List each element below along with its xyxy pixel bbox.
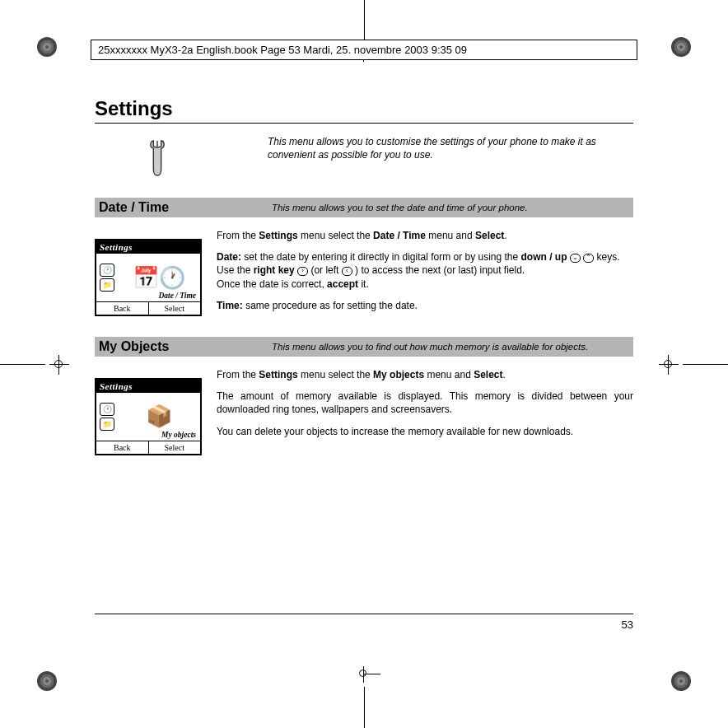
paragraph: Date: set the date by entering it direct… bbox=[217, 250, 633, 291]
phone-header: Settings bbox=[96, 240, 200, 254]
back-button: Back bbox=[96, 302, 149, 315]
paragraph: From the Settings menu select the My obj… bbox=[217, 368, 633, 381]
section-description: This menu allows you to find out how muc… bbox=[272, 342, 629, 352]
phone-sidebar-icons: 🕐 📁 bbox=[100, 264, 116, 292]
phone-header: Settings bbox=[96, 380, 200, 393]
crop-mark-icon bbox=[671, 37, 691, 57]
right-arrow-icon: › bbox=[297, 267, 308, 276]
intro-row: This menu allows you to customise the se… bbox=[95, 135, 633, 178]
section-title: Date / Time bbox=[99, 200, 272, 215]
phone-screenshot: Settings 🕐 📁 📅🕐 Date / Time Back Select bbox=[95, 229, 202, 320]
page-content: Settings This menu allows you to customi… bbox=[95, 82, 633, 646]
intro-description: This menu allows you to customise the se… bbox=[268, 135, 633, 178]
page-title: Settings bbox=[95, 97, 633, 124]
phone-screenshot: Settings 🕐 📁 📦 My objects Back Select bbox=[95, 368, 202, 455]
document-header: 25xxxxxxx MyX3-2a English.book Page 53 M… bbox=[91, 40, 637, 60]
phone-footer: Back Select bbox=[96, 301, 200, 315]
section-text: From the Settings menu select the My obj… bbox=[217, 368, 633, 455]
page-number: 53 bbox=[622, 618, 633, 631]
clock-icon: 🕐 bbox=[100, 403, 114, 416]
paragraph: Time: same procedure as for setting the … bbox=[217, 299, 633, 312]
phone-footer: Back Select bbox=[96, 441, 200, 454]
section-body-date-time: Settings 🕐 📁 📅🕐 Date / Time Back Select … bbox=[95, 229, 633, 320]
crop-mark-icon bbox=[671, 671, 691, 691]
bottom-rule bbox=[95, 614, 633, 614]
section-body-my-objects: Settings 🕐 📁 📦 My objects Back Select Fr… bbox=[95, 368, 633, 455]
section-title: My Objects bbox=[99, 339, 272, 354]
crop-mark-left bbox=[0, 348, 74, 381]
paragraph: The amount of memory available is displa… bbox=[217, 390, 633, 416]
phone-menu-label: Date / Time bbox=[158, 292, 196, 300]
select-button: Select bbox=[149, 441, 201, 454]
header-text: 25xxxxxxx MyX3-2a English.book Page 53 M… bbox=[98, 44, 467, 56]
select-button: Select bbox=[149, 302, 201, 315]
folder-icon: 📁 bbox=[100, 278, 114, 292]
phone-menu-label: My objects bbox=[161, 431, 196, 439]
left-arrow-icon: ‹ bbox=[342, 267, 352, 276]
crop-mark-icon bbox=[37, 37, 57, 57]
section-description: This menu allows you to set the date and… bbox=[272, 203, 629, 212]
phone-sidebar-icons: 🕐 📁 bbox=[100, 403, 116, 431]
crop-mark-right bbox=[654, 348, 728, 381]
up-arrow-icon: ⌃ bbox=[583, 254, 594, 263]
back-button: Back bbox=[96, 441, 149, 454]
section-text: From the Settings menu select the Date /… bbox=[217, 229, 633, 320]
settings-icon-col bbox=[95, 135, 169, 178]
calendar-clock-icon: 📅🕐 bbox=[121, 265, 197, 291]
wrench-icon bbox=[146, 138, 169, 178]
paragraph: You can delete your objects to increase … bbox=[217, 425, 633, 438]
crop-mark-icon bbox=[37, 671, 57, 691]
clock-icon: 🕐 bbox=[100, 264, 114, 277]
section-heading-my-objects: My Objects This menu allows you to find … bbox=[95, 337, 633, 357]
folder-icon: 📁 bbox=[100, 418, 114, 431]
down-arrow-icon: ⌄ bbox=[570, 254, 581, 263]
paragraph: From the Settings menu select the Date /… bbox=[217, 229, 633, 242]
box-icon: 📦 bbox=[121, 404, 197, 429]
section-heading-date-time: Date / Time This menu allows you to set … bbox=[95, 198, 633, 217]
